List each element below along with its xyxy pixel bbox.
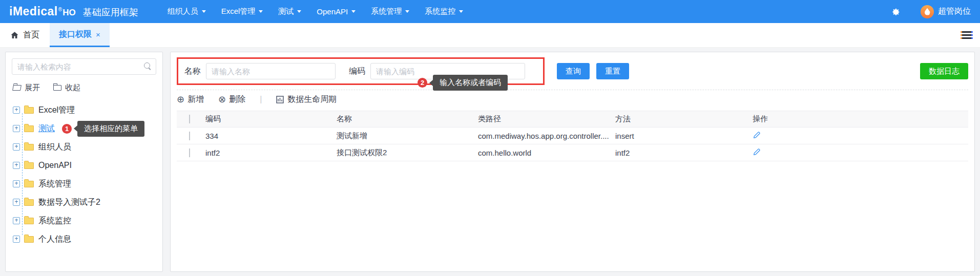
annotation-step-2: 2 输入名称或者编码: [418, 75, 508, 91]
main-menu: 组织人员 Excel管理 测试 OpenAPI 系统管理 系统监控: [160, 0, 471, 23]
expand-plus-icon[interactable]: +: [13, 199, 20, 206]
edit-pencil-icon[interactable]: [753, 131, 761, 139]
add-label: 新增: [187, 94, 204, 105]
edit-pencil-icon[interactable]: [753, 148, 761, 156]
tree-search-input[interactable]: [12, 58, 156, 75]
main-panel: 名称 编码 查询 重置 数据日志 2 输入名称或者编码 ⊕: [170, 52, 975, 272]
delete-button[interactable]: ⊗ 删除: [218, 94, 245, 105]
tree-item-label: 测试: [38, 123, 55, 134]
expand-plus-icon[interactable]: +: [13, 162, 20, 169]
data-lifecycle-button[interactable]: 数据生命周期: [276, 94, 337, 105]
expand-plus-icon[interactable]: +: [13, 125, 20, 132]
folder-open-icon: [12, 85, 22, 91]
tab-interface-permission[interactable]: 接口权限 ×: [50, 23, 110, 47]
collapse-all-button[interactable]: 收起: [53, 83, 80, 93]
role-name[interactable]: 超管岗位: [938, 6, 971, 17]
table-row[interactable]: 334 测试新增 com.mediway.hos.app.org.control…: [177, 128, 968, 144]
menu-tree-panel: 展开 收起 + Excel管理 + 测试 1: [5, 52, 163, 272]
cross-circle-icon: ⊗: [218, 95, 226, 104]
menu-system-admin[interactable]: 系统管理: [363, 0, 417, 23]
step-badge: 1: [62, 124, 72, 134]
tree-item-label: Excel管理: [38, 105, 75, 116]
tree-item-label: 系统管理: [38, 179, 71, 189]
cell-classpath: com.hello.world: [473, 148, 610, 157]
data-log-button[interactable]: 数据日志: [920, 63, 968, 79]
tree-item-data-import[interactable]: + 数据导入测试子2: [13, 193, 156, 211]
expand-plus-icon[interactable]: +: [13, 217, 20, 224]
expand-plus-icon[interactable]: +: [13, 143, 20, 151]
flame-icon: [925, 8, 930, 15]
expand-all-button[interactable]: 展开: [13, 83, 40, 93]
expand-plus-icon[interactable]: +: [13, 180, 20, 187]
cell-code: 334: [200, 132, 331, 140]
close-icon[interactable]: ×: [96, 30, 100, 39]
tab-bar: 首页 接口权限 ×: [0, 23, 980, 48]
table-toolbar: ⊕ 新增 ⊗ 删除 | 数据生命周期: [177, 90, 968, 109]
table-row[interactable]: intf2 接口测试权限2 com.hello.world intf2: [177, 144, 968, 161]
home-icon: [10, 31, 19, 39]
avatar[interactable]: [921, 5, 934, 18]
plus-circle-icon: ⊕: [177, 95, 184, 104]
folder-icon: [24, 181, 34, 187]
app-logo: iMedical®HO 基础应用框架: [9, 5, 138, 18]
tree-item-org[interactable]: + 组织人员: [13, 138, 156, 156]
chevron-down-icon: [259, 10, 263, 13]
expand-plus-icon[interactable]: +: [13, 107, 20, 114]
tab-home[interactable]: 首页: [0, 23, 50, 47]
chevron-down-icon: [297, 10, 301, 13]
tree-item-openapi[interactable]: + OpenAPI: [13, 156, 156, 175]
menu-label: 系统管理: [371, 7, 402, 16]
query-button[interactable]: 查询: [557, 63, 590, 79]
header-code: 编码: [200, 114, 331, 124]
brand-name: iMedical: [9, 5, 58, 18]
expand-plus-icon[interactable]: +: [13, 236, 20, 243]
tree-item-label: 系统监控: [38, 216, 71, 226]
menu-test[interactable]: 测试: [270, 0, 309, 23]
reset-button[interactable]: 重置: [596, 63, 629, 79]
tab-home-label: 首页: [23, 30, 39, 40]
fold-controls: 展开 收起: [13, 83, 155, 93]
select-all-checkbox[interactable]: [189, 115, 190, 123]
tree-item-personal[interactable]: + 个人信息: [13, 230, 156, 248]
header-classpath: 类路径: [473, 114, 610, 124]
tab-label: 接口权限: [59, 29, 92, 40]
name-label: 名称: [184, 66, 201, 77]
chevron-down-icon: [459, 10, 463, 13]
tree-item-label: OpenAPI: [38, 161, 72, 170]
search-icon: [144, 62, 152, 70]
code-label: 编码: [349, 66, 365, 77]
folder-icon: [24, 199, 34, 206]
content-area: 展开 收起 + Excel管理 + 测试 1: [0, 48, 980, 276]
cell-classpath: com.mediway.hos.app.org.controller....: [473, 132, 610, 140]
tooltip-text: 选择相应的菜单: [77, 121, 144, 137]
row-checkbox[interactable]: [189, 132, 190, 140]
menu-label: OpenAPI: [317, 7, 348, 16]
header-method: 方法: [610, 114, 747, 124]
menu-label: 组织人员: [168, 7, 198, 16]
menu-system-monitor[interactable]: 系统监控: [417, 0, 471, 23]
menu-openapi[interactable]: OpenAPI: [309, 0, 363, 23]
name-input[interactable]: [206, 63, 336, 79]
chevron-down-icon: [202, 10, 206, 13]
row-checkbox[interactable]: [189, 148, 190, 157]
chevron-down-icon: [405, 10, 409, 13]
top-navbar: iMedical®HO 基础应用框架 组织人员 Excel管理 测试 OpenA…: [0, 0, 980, 23]
folder-closed-icon: [53, 85, 61, 91]
hamburger-menu-icon[interactable]: [961, 30, 973, 40]
menu-label: Excel管理: [221, 7, 256, 16]
tree-item-test[interactable]: + 测试 1 选择相应的菜单: [13, 119, 156, 138]
tree-item-label: 个人信息: [38, 234, 71, 245]
tree-item-excel[interactable]: + Excel管理: [13, 101, 156, 119]
tree-item-sysadmin[interactable]: + 系统管理: [13, 175, 156, 193]
tooltip-text: 输入名称或者编码: [433, 75, 508, 91]
tree-item-label: 组织人员: [38, 142, 71, 153]
add-button[interactable]: ⊕ 新增: [177, 94, 204, 105]
header-name: 名称: [331, 114, 473, 124]
menu-org-people[interactable]: 组织人员: [160, 0, 214, 23]
menu-excel[interactable]: Excel管理: [214, 0, 271, 23]
gear-icon[interactable]: [891, 7, 901, 17]
tree-item-sysmonitor[interactable]: + 系统监控: [13, 211, 156, 230]
chevron-down-icon: [351, 10, 356, 13]
folder-icon: [24, 144, 34, 151]
tooltip-arrow: [74, 125, 77, 132]
